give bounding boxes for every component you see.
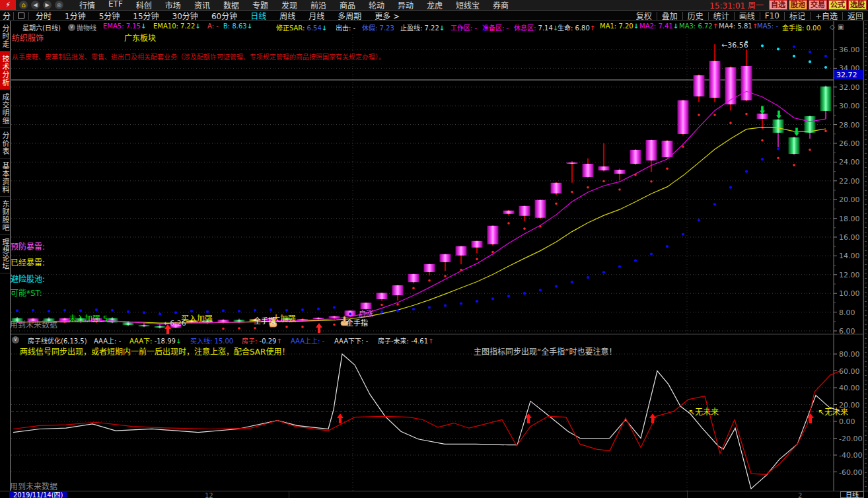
field-1: AAA上: - <box>94 336 121 345</box>
chart-dot <box>777 147 779 150</box>
menu-item-8[interactable]: 前沿 <box>304 0 333 11</box>
top-button-3[interactable]: 公式 <box>828 0 847 10</box>
chart-dot <box>555 202 558 205</box>
chart-dot <box>412 308 415 310</box>
menu-item-4[interactable]: 资讯 <box>188 0 217 11</box>
menu-item-7[interactable]: 发现 <box>275 0 304 11</box>
candle <box>535 200 546 218</box>
menu-item-14[interactable]: 券商 <box>486 0 515 11</box>
diamond-icon[interactable]: ◇ <box>830 23 835 30</box>
chart-dot <box>682 233 684 236</box>
period-item-1[interactable]: 1分钟 <box>58 10 92 21</box>
app-logo-icon[interactable]: ⚡ <box>0 0 16 10</box>
chart-dot <box>16 309 18 312</box>
period-item-9[interactable]: 多周期 <box>331 10 368 21</box>
sidebar-tab-1[interactable]: 技术分析 <box>0 52 10 90</box>
menu-item-3[interactable]: 市场 <box>159 0 188 11</box>
chart-dot <box>634 259 637 262</box>
chart-dot <box>460 302 462 304</box>
tool-item-3[interactable]: 统计 <box>709 10 734 21</box>
top-button-4[interactable]: 选股 <box>848 0 867 10</box>
menu-item-10[interactable]: 轮动 <box>362 0 391 11</box>
sidebar-tab-2[interactable]: 成交明细 <box>0 90 10 128</box>
menu-item-0[interactable]: 行情 <box>73 0 102 11</box>
top-button-2[interactable]: 交易 <box>809 0 827 10</box>
period-item-2[interactable]: 5分钟 <box>92 10 127 21</box>
user-icon[interactable]: ◎ <box>55 1 63 9</box>
chart-dot <box>349 312 351 315</box>
chart-dot <box>48 310 50 312</box>
period-item-8[interactable]: 月线 <box>302 10 331 21</box>
chart-text: 12.00 <box>839 271 860 279</box>
menu-item-5[interactable]: 数据 <box>217 0 246 11</box>
collapse-icon-2[interactable]: ∨ <box>12 336 19 343</box>
candle <box>741 66 752 100</box>
field-8: 休假: 7.23 <box>362 22 394 32</box>
chart-dot <box>428 279 431 282</box>
tool-item-5[interactable]: F10 <box>760 11 784 20</box>
chart-dot <box>761 44 764 47</box>
chart-dot <box>174 311 177 314</box>
menu-item-11[interactable]: 异动 <box>391 0 420 11</box>
chart-dot <box>333 306 336 308</box>
menu-item-13[interactable]: 短线宝 <box>449 0 486 11</box>
chart-text: -60.00 <box>839 468 862 477</box>
field-6: 修正SAR: 6.54↓ <box>276 22 327 32</box>
period-item-3[interactable]: 15分钟 <box>126 10 165 21</box>
period-item-0[interactable]: 分时 <box>29 10 58 21</box>
tool-item-2[interactable]: 历史 <box>683 10 708 21</box>
tool-item-6[interactable]: 标记 <box>785 10 810 21</box>
field-2: EMA5: 7.15↓ <box>103 22 146 30</box>
field-0: 星期六(日线) <box>22 22 61 32</box>
chart-text: 10.00 <box>839 289 860 298</box>
period-item-7[interactable]: 周线 <box>273 10 302 21</box>
candle <box>440 254 451 262</box>
period-item-6[interactable]: 日线 <box>244 10 273 21</box>
chart-dot <box>301 326 304 328</box>
period-indicator[interactable]: 日线 <box>840 491 864 498</box>
chart-text: 买入加强 <box>181 314 213 324</box>
back-icon[interactable]: ◀ <box>31 1 40 9</box>
candle <box>630 150 641 164</box>
tool-item-7[interactable]: +自选 <box>811 10 842 21</box>
field-17: MA4: 5.81↑ <box>719 22 758 30</box>
top-button-1[interactable]: 股池 <box>789 0 807 10</box>
right-edge-scale[interactable] <box>863 21 868 498</box>
top-button-0[interactable]: 自选 <box>769 0 787 10</box>
chart-dot <box>650 180 653 183</box>
period-item-5[interactable]: 60分钟 <box>205 10 244 21</box>
tool-item-0[interactable]: 复权 <box>632 10 657 21</box>
tool-item-1[interactable]: 叠加 <box>657 10 682 21</box>
sidebar-tab-4[interactable]: 基本资料 <box>0 159 10 197</box>
trading-app: 36.0034.0032.0030.0028.0026.0024.0022.00… <box>0 0 868 498</box>
collapse-icon[interactable]: ∨ <box>68 24 75 31</box>
chart-text: 20.00 <box>839 196 860 204</box>
tool-item-4[interactable]: 画线 <box>735 10 760 21</box>
menu-item-9[interactable]: 商品 <box>333 0 362 11</box>
sidebar-tab-3[interactable]: 分价表 <box>0 128 10 159</box>
candle <box>456 246 467 256</box>
menu-item-1[interactable]: ETF <box>102 0 129 11</box>
window-icon[interactable] <box>18 13 24 18</box>
sidebar-tab-5[interactable]: 东财股吧 <box>0 197 10 235</box>
field-7: 出击: - <box>336 22 355 32</box>
chart-dot <box>523 292 526 295</box>
down-arrow-icon <box>776 111 781 120</box>
menu-item-6[interactable]: 专题 <box>246 0 275 11</box>
candle <box>361 302 372 309</box>
period-item-4[interactable]: 30分钟 <box>166 10 205 21</box>
chart-text: 预防暴雷: <box>11 242 45 252</box>
tool-item-8[interactable]: 返回 <box>843 10 868 21</box>
chart-text: -40.00 <box>839 451 862 460</box>
sidebar-tab-6[interactable]: 理想论坛 <box>0 235 10 273</box>
chart-dot <box>460 269 462 271</box>
period-item-10[interactable]: 更多 > <box>368 10 406 21</box>
panel-icon[interactable]: ▣ <box>838 23 844 30</box>
sidebar-tab-0[interactable]: 分时走势 <box>0 21 10 52</box>
home-icon[interactable]: ⌂ <box>19 1 28 9</box>
field-4: 房子: -0.29↑ <box>242 336 282 345</box>
chart-dot <box>79 309 82 312</box>
forward-icon[interactable]: ▶ <box>43 1 52 9</box>
menu-item-2[interactable]: 科创 <box>129 0 159 11</box>
menu-item-12[interactable]: 龙虎 <box>420 0 449 11</box>
